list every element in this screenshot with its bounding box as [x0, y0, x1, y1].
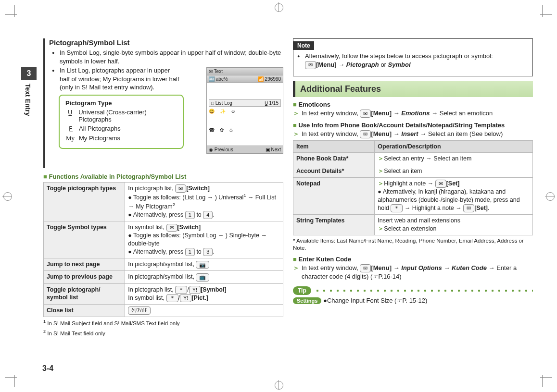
emoticons-heading: Emoticons: [293, 101, 533, 108]
yahoo-key-icon: Y!: [189, 286, 201, 294]
phone-prev: ◉ Previous: [209, 147, 233, 152]
functions-table: Toggle pictograph types In pictograph li…: [43, 182, 283, 317]
my-pictograms-icon: My: [65, 135, 75, 142]
key-1-icon: 1: [185, 211, 195, 219]
mail-key-icon: ✉: [463, 204, 474, 212]
table-cell-desc: ＞Highlight a note → ✉[Set] ● Alternative…: [375, 178, 533, 215]
table-cell-item: Account Details*: [293, 165, 375, 178]
settings-row: Settings ●Change Input Font Size (☞P. 15…: [293, 297, 533, 304]
mail-key-icon: ✉: [166, 224, 177, 232]
additional-features-heading: Additional Features: [293, 81, 533, 97]
mail-key-icon: ✉: [435, 180, 446, 188]
pictogram-row-text: Universal (Cross-carrier) Pictographs: [78, 109, 177, 123]
star-key-icon: ＊: [175, 286, 187, 294]
clear-key-icon: ｸﾘｱ/ﾒﾓ: [128, 306, 151, 315]
tip-badge: Tip: [293, 286, 311, 295]
pictogram-type-box: Pictogram Type U̲Universal (Cross-carrie…: [59, 95, 184, 149]
center-mark: [271, 0, 286, 14]
star-key-icon: ＊: [166, 294, 178, 302]
tip-row: Tip: [293, 286, 533, 295]
footnote: 2 In S! Mail Text field only: [43, 329, 283, 337]
phone-counter: 📶 296960: [258, 76, 281, 82]
available-items-footnote: * Available Items: Last Name/First Name,…: [293, 237, 533, 252]
table-cell-desc: In pictograph/symbol list, 📷: [125, 258, 283, 271]
all-pictographs-icon: F̲: [65, 125, 75, 133]
pictograph-list-title: Pictograph/Symbol List: [49, 38, 283, 47]
table-cell-item: Phone Book Data*: [293, 153, 375, 165]
table-cell-item: Toggle pictograph types: [44, 183, 125, 221]
crop-mark: [533, 368, 552, 387]
table-cell-item: Jump to previous page: [44, 271, 125, 283]
phone-titlebar: ✉ Text: [207, 68, 283, 75]
mail-key-icon: ✉: [360, 130, 371, 138]
pictogram-row-text: All Pictographs: [79, 125, 121, 132]
tip-dots: [314, 289, 533, 292]
pictograph-icons-row: ☎ ✿ ♨: [209, 127, 281, 133]
settings-text: ●Change Input Font Size (☞P. 15-12): [323, 297, 427, 304]
tv-key-icon: 📺: [196, 273, 209, 282]
pictograph-icons-row: 😄 ✨ ☺: [209, 109, 281, 114]
bullet-item: In Symbol Log, single-byte symbols appea…: [60, 49, 283, 65]
functions-heading: Functions Available in Pictograph/Symbol…: [43, 173, 283, 180]
emoticons-step: In text entry window, ✉[Menu] → Emotions…: [293, 109, 533, 118]
mail-key-icon: ✉: [360, 110, 371, 118]
phone-next: ▣ Next: [266, 147, 281, 152]
center-mark: [271, 378, 286, 392]
note-box: Note Alternatively, follow the steps bel…: [293, 38, 533, 76]
phone-mode: 🔤 abc½: [209, 76, 228, 82]
key-3-icon: 3: [203, 248, 213, 256]
note-text: Alternatively, follow the steps below to…: [305, 52, 529, 69]
table-cell-item: String Templates: [293, 215, 375, 235]
table-head-desc: Operation/Description: [375, 140, 533, 153]
camera-key-icon: 📷: [196, 261, 209, 269]
settings-badge: Settings: [293, 297, 321, 304]
left-column: Pictograph/Symbol List In Symbol Log, si…: [24, 38, 283, 363]
table-cell-item: Toggle pictograph/ symbol list: [44, 283, 125, 304]
kuten-step: In text entry window, ✉[Menu] → Input Op…: [293, 264, 533, 281]
insert-items-table: Item Operation/Description Phone Book Da…: [293, 140, 533, 235]
table-cell-desc: In pictograph/symbol list, 📺: [125, 271, 283, 283]
table-cell-item: Toggle Symbol types: [44, 221, 125, 258]
right-column: Note Alternatively, follow the steps bel…: [293, 38, 533, 363]
table-cell-desc: ｸﾘｱ/ﾒﾓ: [125, 304, 283, 317]
mail-key-icon: ✉: [175, 184, 186, 193]
table-cell-desc: In pictograph list, ✉[Switch] ● Toggle a…: [125, 183, 283, 221]
crop-mark: [5, 5, 24, 24]
table-cell-item: Close list: [44, 304, 125, 317]
bullet-item: In List Log, pictographs appear in upper…: [60, 66, 180, 92]
use-info-step: In text entry window, ✉[Menu] → Insert →…: [293, 130, 533, 138]
table-cell-desc: In symbol list, ✉[Switch] ● Toggle as fo…: [125, 221, 283, 258]
universal-icon: U̲: [65, 109, 75, 116]
note-label: Note: [293, 41, 314, 50]
table-cell-desc: ＞Select an entry → Select an item: [375, 153, 533, 165]
star-key-icon: ＊: [391, 204, 403, 212]
table-cell-desc: ＞Select an item: [375, 165, 533, 178]
page-number: 3-4: [42, 364, 53, 373]
table-cell-desc: Insert web and mail extensions ＞Select a…: [375, 215, 533, 235]
kuten-heading: Enter Kuten Code: [293, 256, 533, 263]
pictogram-type-title: Pictogram Type: [65, 99, 177, 107]
key-1-icon: 1: [185, 248, 195, 256]
table-head-item: Item: [293, 140, 375, 153]
footnote: 1 In S! Mail Subject field and S! Mail/S…: [43, 319, 283, 327]
crop-mark: [5, 368, 24, 387]
list-log-label: □ List Log: [211, 100, 232, 106]
key-4-icon: 4: [203, 211, 213, 219]
use-info-heading: Use Info from Phone Book/Account Details…: [293, 122, 533, 129]
center-mark: [543, 189, 557, 203]
table-cell-item: Jump to next page: [44, 258, 125, 271]
crop-mark: [533, 5, 552, 24]
mail-key-icon: ✉: [360, 264, 371, 272]
pictogram-row-text: My Pictograms: [79, 135, 120, 142]
table-cell-desc: In pictograph list, ＊/Y![Symbol] In symb…: [125, 283, 283, 304]
list-log-badge: U̲ 1/15: [265, 100, 278, 106]
table-cell-item: Notepad: [293, 178, 375, 215]
phone-screenshot: ✉ Text 🔤 abc½ 📶 296960 □ List Log U̲ 1/1…: [206, 67, 283, 154]
center-mark: [0, 189, 14, 203]
yahoo-key-icon: Y!: [180, 294, 191, 302]
mail-key-icon: ✉: [305, 61, 316, 69]
